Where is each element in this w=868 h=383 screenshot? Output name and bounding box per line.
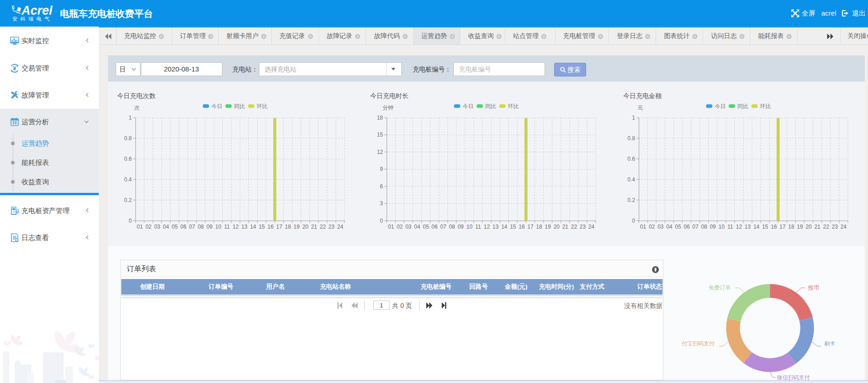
svg-text:01: 01 xyxy=(137,224,143,230)
svg-text:18: 18 xyxy=(536,224,543,230)
svg-text:21: 21 xyxy=(311,224,318,230)
svg-text:24: 24 xyxy=(337,224,344,230)
svg-text:06: 06 xyxy=(684,224,690,230)
svg-text:20: 20 xyxy=(302,224,309,230)
svg-text:19: 19 xyxy=(797,224,803,230)
svg-text:18: 18 xyxy=(285,224,291,230)
svg-text:01: 01 xyxy=(388,224,394,230)
svg-text:环比: 环比 xyxy=(760,103,771,109)
svg-text:15: 15 xyxy=(377,131,383,138)
svg-text:21: 21 xyxy=(814,224,821,230)
svg-text:23: 23 xyxy=(329,224,335,230)
svg-text:投币: 投币 xyxy=(808,285,819,291)
svg-text:18: 18 xyxy=(788,224,795,230)
svg-text:15: 15 xyxy=(762,224,768,230)
svg-text:18: 18 xyxy=(377,115,383,121)
svg-text:13: 13 xyxy=(744,224,751,230)
svg-text:今日: 今日 xyxy=(211,103,222,109)
svg-text:订单编号: 订单编号 xyxy=(208,283,234,290)
svg-text:13: 13 xyxy=(492,224,499,230)
svg-text:次: 次 xyxy=(134,104,140,111)
svg-text:0.8: 0.8 xyxy=(627,135,635,142)
svg-text:05: 05 xyxy=(172,224,178,230)
svg-text:1: 1 xyxy=(380,302,383,309)
svg-text:16: 16 xyxy=(267,224,274,230)
svg-text:07: 07 xyxy=(189,224,195,230)
svg-text:21: 21 xyxy=(562,224,569,230)
svg-text:10: 10 xyxy=(215,224,221,230)
svg-text:9: 9 xyxy=(380,166,383,172)
svg-text:06: 06 xyxy=(431,224,438,230)
svg-text:6: 6 xyxy=(380,183,383,190)
svg-text:24: 24 xyxy=(588,224,595,230)
svg-text:12: 12 xyxy=(232,224,239,230)
svg-text:充电站名称: 充电站名称 xyxy=(319,283,351,290)
svg-text:08: 08 xyxy=(449,224,455,230)
svg-text:充电桩编号: 充电桩编号 xyxy=(420,283,452,290)
svg-text:23: 23 xyxy=(580,224,586,230)
svg-text:09: 09 xyxy=(206,224,213,230)
svg-text:0.6: 0.6 xyxy=(124,156,132,162)
svg-text:17: 17 xyxy=(780,224,786,230)
svg-text:14: 14 xyxy=(250,224,256,230)
svg-text:0.2: 0.2 xyxy=(124,197,132,203)
svg-text:环比: 环比 xyxy=(256,103,268,109)
svg-text:0.2: 0.2 xyxy=(627,197,635,203)
svg-text:04: 04 xyxy=(163,224,169,230)
svg-text:22: 22 xyxy=(571,224,577,230)
svg-text:03: 03 xyxy=(154,224,161,230)
svg-text:14: 14 xyxy=(501,224,507,230)
svg-text:0.4: 0.4 xyxy=(627,176,635,183)
svg-text:1: 1 xyxy=(632,115,635,121)
svg-text:03: 03 xyxy=(658,224,664,230)
svg-text:16: 16 xyxy=(771,224,777,230)
svg-text:支付方式: 支付方式 xyxy=(579,283,605,290)
svg-text:08: 08 xyxy=(198,224,204,230)
svg-text:12: 12 xyxy=(736,224,742,230)
svg-text:13: 13 xyxy=(241,224,248,230)
svg-text:11: 11 xyxy=(728,224,733,230)
svg-text:12: 12 xyxy=(484,224,490,230)
svg-text:0.6: 0.6 xyxy=(627,156,635,162)
svg-text:刷卡: 刷卡 xyxy=(824,340,835,347)
svg-text:同比: 同比 xyxy=(485,103,496,109)
svg-text:今日: 今日 xyxy=(463,103,474,109)
svg-text:07: 07 xyxy=(440,224,447,230)
svg-text:09: 09 xyxy=(458,224,464,230)
svg-text:19: 19 xyxy=(545,224,551,230)
svg-text:02: 02 xyxy=(397,224,403,230)
svg-text:今日充电次数: 今日充电次数 xyxy=(117,92,156,99)
svg-text:0.8: 0.8 xyxy=(124,135,132,142)
svg-text:0.4: 0.4 xyxy=(124,176,132,183)
svg-text:元: 元 xyxy=(637,104,643,111)
svg-text:今日充电时长: 今日充电时长 xyxy=(370,92,409,99)
svg-text:金额(元): 金额(元) xyxy=(504,283,528,290)
svg-text:订单状态: 订单状态 xyxy=(637,283,663,290)
svg-text:17: 17 xyxy=(528,224,534,230)
svg-text:16: 16 xyxy=(518,224,525,230)
svg-text:3: 3 xyxy=(380,200,383,207)
svg-text:19: 19 xyxy=(294,224,300,230)
svg-text:回路号: 回路号 xyxy=(469,283,488,290)
svg-text:今日充电金额: 今日充电金额 xyxy=(623,92,662,99)
svg-text:10: 10 xyxy=(466,224,473,230)
svg-text:23: 23 xyxy=(832,224,838,230)
svg-text:15: 15 xyxy=(510,224,516,230)
svg-text:09: 09 xyxy=(710,224,716,230)
svg-text:创建日期: 创建日期 xyxy=(140,283,165,290)
svg-text:0: 0 xyxy=(632,218,635,224)
svg-text:今日: 今日 xyxy=(715,103,726,109)
svg-text:11: 11 xyxy=(224,224,230,230)
svg-text:分钟: 分钟 xyxy=(383,104,394,111)
svg-text:17: 17 xyxy=(276,224,283,230)
svg-text:0: 0 xyxy=(129,218,132,224)
svg-text:01: 01 xyxy=(640,224,647,230)
svg-text:05: 05 xyxy=(675,224,681,230)
svg-text:06: 06 xyxy=(180,224,187,230)
svg-text:07: 07 xyxy=(692,224,699,230)
svg-text:12: 12 xyxy=(377,149,383,155)
svg-text:10: 10 xyxy=(718,224,725,230)
svg-text:0: 0 xyxy=(380,218,383,224)
svg-text:04: 04 xyxy=(414,224,421,230)
svg-text:充电时间(分): 充电时间(分) xyxy=(539,283,574,290)
